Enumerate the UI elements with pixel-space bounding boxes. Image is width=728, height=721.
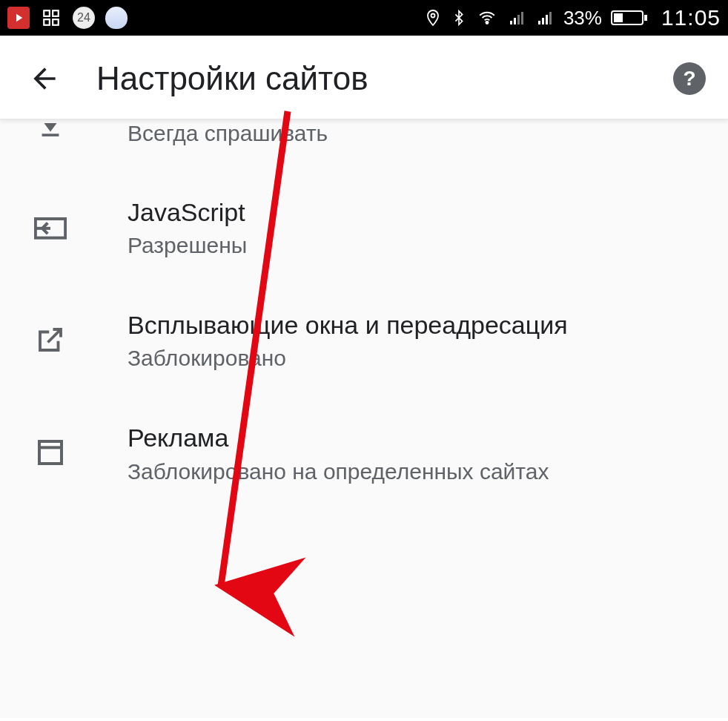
settings-row-subtitle: Всегда спрашивать — [128, 121, 328, 146]
svg-rect-8 — [517, 15, 520, 24]
help-icon: ? — [683, 67, 695, 90]
battery-icon — [611, 9, 648, 27]
appbar: Настройки сайтов ? — [0, 36, 728, 120]
svg-point-5 — [486, 22, 488, 24]
svg-rect-11 — [542, 18, 544, 24]
settings-row-subtitle: Заблокировано — [128, 346, 568, 371]
settings-row-javascript[interactable]: JavaScript Разрешены — [0, 171, 728, 283]
svg-rect-13 — [549, 12, 552, 24]
settings-row-ads[interactable]: Реклама Заблокировано на определенных са… — [0, 396, 728, 509]
settings-list: Всегда спрашивать JavaScript Разрешены В… — [0, 120, 728, 718]
svg-rect-0 — [44, 10, 50, 16]
help-button[interactable]: ? — [673, 62, 706, 95]
input-icon — [27, 206, 74, 248]
notification-fullscreen-icon — [40, 7, 62, 29]
svg-rect-9 — [521, 12, 523, 24]
svg-rect-19 — [39, 441, 62, 464]
arrow-back-icon — [28, 62, 61, 95]
open-in-new-icon — [27, 319, 74, 360]
settings-row-popups[interactable]: Всплывающие окна и переадресация Заблоки… — [0, 283, 728, 396]
svg-rect-12 — [546, 15, 548, 24]
signal-icon-1 — [507, 9, 526, 27]
settings-row-previous[interactable]: Всегда спрашивать — [0, 120, 728, 171]
svg-rect-16 — [614, 13, 623, 22]
notification-app-icon-2: 24 — [73, 7, 95, 29]
svg-rect-10 — [538, 21, 540, 24]
status-bar: 24 33% 11:05 — [0, 0, 728, 36]
svg-rect-17 — [42, 134, 59, 136]
signal-icon-2 — [535, 9, 555, 27]
svg-rect-7 — [514, 18, 516, 24]
svg-rect-1 — [53, 10, 59, 16]
bluetooth-icon — [451, 7, 467, 28]
ads-icon — [27, 432, 74, 473]
wifi-icon — [476, 8, 498, 27]
download-icon — [27, 120, 74, 151]
svg-rect-6 — [510, 21, 512, 24]
battery-percent: 33% — [563, 7, 602, 30]
status-left-icons: 24 — [7, 7, 128, 29]
settings-row-subtitle: Заблокировано на определенных сайтах — [128, 459, 549, 484]
page-title: Настройки сайтов — [96, 60, 673, 97]
settings-row-title: JavaScript — [128, 196, 247, 228]
svg-point-4 — [431, 14, 434, 18]
settings-row-subtitle: Разрешены — [128, 233, 247, 258]
svg-rect-3 — [53, 19, 59, 25]
svg-rect-2 — [44, 19, 50, 25]
notification-app-icon-3 — [105, 7, 128, 29]
status-right-icons: 33% 11:05 — [424, 5, 721, 30]
status-clock: 11:05 — [661, 5, 721, 30]
settings-row-title: Реклама — [128, 421, 549, 454]
settings-row-title: Всплывающие окна и переадресация — [128, 309, 568, 341]
location-icon — [424, 7, 442, 28]
svg-rect-15 — [644, 15, 647, 21]
notification-app-icon-1 — [7, 7, 30, 29]
back-button[interactable] — [22, 56, 67, 101]
